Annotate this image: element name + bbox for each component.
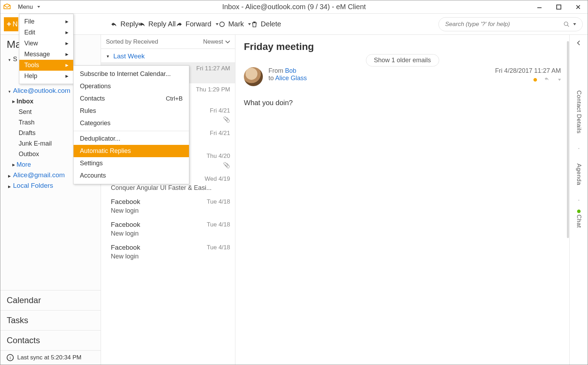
nav-contacts[interactable]: Contacts (0, 331, 101, 351)
reply-icon[interactable] (543, 76, 550, 83)
show-older-button[interactable]: Show 1 older emails (366, 54, 439, 66)
menu-item-message[interactable]: Message▶ (19, 49, 73, 60)
search-icon[interactable] (563, 21, 576, 27)
menu-item-help[interactable]: Help▶ (19, 71, 73, 82)
reply-all-button[interactable]: Reply All (138, 20, 176, 28)
from-link[interactable]: Bob (285, 67, 296, 74)
search-box[interactable] (438, 17, 583, 31)
window-controls (530, 0, 588, 14)
menu-item-settings[interactable]: Settings (74, 157, 189, 169)
toolbar: + N Reply Reply All Forward Mark Delete (0, 14, 588, 35)
menu-separator (74, 131, 189, 131)
search-input[interactable] (445, 21, 563, 28)
message-time: Fri 4/21 (210, 130, 230, 137)
menu-item-subscribe-to-internet-calendar[interactable]: Subscribe to Internet Calendar... (74, 68, 189, 80)
circle-icon (219, 21, 226, 28)
menu-item-deduplicator[interactable]: Deduplicator... (74, 133, 189, 145)
submenu-arrow-icon: ▶ (65, 30, 68, 35)
svg-rect-1 (557, 5, 561, 9)
tab-agenda[interactable]: Agenda (575, 164, 582, 185)
menu-button[interactable]: Menu (14, 0, 44, 14)
nav-tasks[interactable]: Tasks (0, 310, 101, 331)
message-item[interactable]: FacebookTue 4/18New login (101, 195, 235, 218)
window-title: Inbox - Alice@outlook.com (9 / 34) - eM … (0, 3, 588, 11)
menu-item-contacts[interactable]: ContactsCtrl+B (74, 92, 189, 105)
nav-calendar[interactable]: Calendar (0, 290, 101, 310)
message-time: Thu 4/20 (207, 153, 230, 160)
message-subject: Conquer Angular UI Faster & Easi... (111, 184, 211, 192)
message-subject: New login (111, 207, 139, 214)
sync-status: i Last sync at 5:20:34 PM (0, 351, 101, 365)
info-icon: i (7, 354, 14, 361)
scrollbar-thumb[interactable] (567, 41, 569, 238)
submenu-arrow-icon: ▶ (65, 74, 68, 78)
submenu-arrow-icon: ▶ (65, 41, 68, 46)
tools-submenu-dropdown: Subscribe to Internet Calendar...Operati… (73, 65, 189, 184)
message-subject: New login (111, 253, 139, 260)
collapse-rail-button[interactable] (576, 38, 582, 48)
message-subject: Friday meeting (244, 41, 561, 52)
new-button[interactable]: + N (4, 17, 18, 31)
chevron-down-icon (573, 23, 576, 25)
menu-item-accounts[interactable]: Accounts (74, 169, 189, 182)
menu-item-view[interactable]: View▶ (19, 38, 73, 49)
message-subject: New login (111, 230, 139, 237)
delete-button[interactable]: Delete (251, 20, 281, 28)
svg-point-5 (564, 22, 568, 26)
right-rail: Contact Details · Agenda · Chat (569, 35, 588, 365)
message-time: Thu 1:29 PM (196, 86, 230, 93)
chevron-down-icon (248, 23, 251, 25)
reading-pane: Friday meeting Show 1 older emails From … (235, 35, 569, 365)
title-bar: Menu Inbox - Alice@outlook.com (9 / 34) … (0, 0, 588, 14)
status-dot-icon (577, 210, 581, 213)
sort-newest[interactable]: Newest (203, 38, 230, 45)
tab-chat[interactable]: Chat (575, 214, 582, 228)
plus-icon: + (7, 20, 11, 29)
chevron-down-icon (225, 40, 230, 44)
to-link[interactable]: Alice Glass (275, 75, 307, 82)
message-time: Tue 4/18 (207, 244, 230, 251)
chevron-down-icon[interactable] (558, 79, 561, 81)
menu-label: Menu (18, 4, 33, 11)
avatar (244, 67, 263, 86)
sorted-by-label: Sorted by Received (106, 38, 158, 45)
svg-point-4 (220, 22, 224, 26)
menu-item-categories[interactable]: Categories (74, 117, 189, 129)
svg-line-6 (567, 25, 569, 27)
menu-item-tools[interactable]: Tools▶ (19, 60, 73, 71)
message-time: Tue 4/18 (207, 221, 230, 228)
mark-button[interactable]: Mark (219, 20, 251, 28)
chevron-down-icon (216, 23, 219, 25)
attachment-icon (223, 162, 230, 169)
sort-bar[interactable]: Sorted by Received Newest (101, 35, 235, 49)
message-time: Fri 11:27 AM (196, 65, 230, 72)
menu-item-rules[interactable]: Rules (74, 105, 189, 117)
main-menu-dropdown: File▶Edit▶View▶Message▶Tools▶Help▶ (19, 14, 74, 84)
trash-icon (251, 21, 258, 28)
message-time: Wed 4/19 (205, 175, 230, 182)
tab-contact-details[interactable]: Contact Details (575, 90, 582, 134)
new-label: N (13, 20, 18, 28)
message-from: Facebook (111, 221, 140, 229)
reply-icon (110, 21, 118, 28)
maximize-button[interactable] (549, 0, 568, 14)
reply-button[interactable]: Reply (110, 20, 138, 28)
message-body: What you doin? (244, 99, 561, 107)
message-item[interactable]: FacebookTue 4/18New login (101, 218, 235, 241)
menu-item-edit[interactable]: Edit▶ (19, 27, 73, 38)
message-item[interactable]: FacebookTue 4/18New login (101, 241, 235, 264)
menu-item-file[interactable]: File▶ (19, 16, 73, 27)
close-button[interactable] (568, 0, 588, 14)
shortcut-label: Ctrl+B (166, 95, 183, 102)
group-last-week[interactable]: ▼ Last Week (101, 49, 235, 62)
menu-item-automatic-replies[interactable]: Automatic Replies (74, 145, 189, 157)
forward-icon (176, 21, 183, 28)
reply-all-icon (138, 21, 145, 28)
attachment-icon (223, 116, 230, 123)
submenu-arrow-icon: ▶ (65, 63, 68, 68)
minimize-button[interactable] (530, 0, 549, 14)
forward-button[interactable]: Forward (176, 20, 218, 28)
menu-item-operations[interactable]: Operations (74, 80, 189, 92)
message-time: Tue 4/18 (207, 198, 230, 205)
app-logo (0, 0, 14, 14)
